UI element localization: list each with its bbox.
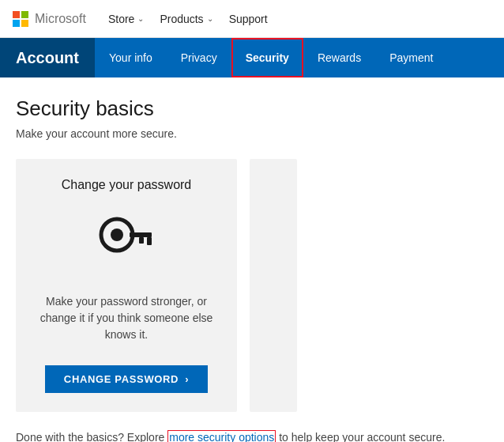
change-password-arrow-icon: › bbox=[185, 373, 189, 385]
change-password-button[interactable]: CHANGE PASSWORD › bbox=[45, 365, 208, 393]
svg-point-1 bbox=[111, 229, 123, 241]
nav-item-your-info[interactable]: Your info bbox=[95, 38, 167, 77]
svg-rect-3 bbox=[147, 237, 152, 245]
account-nav-title: Account bbox=[0, 38, 95, 77]
footer-prefix: Done with the basics? Explore bbox=[16, 431, 167, 442]
top-navigation: Microsoft Store ⌄ Products ⌄ Support bbox=[0, 0, 504, 38]
store-chevron-icon: ⌄ bbox=[137, 14, 144, 23]
store-nav-link[interactable]: Store ⌄ bbox=[102, 9, 150, 28]
page-title: Security basics bbox=[16, 96, 488, 121]
products-nav-link[interactable]: Products ⌄ bbox=[153, 9, 219, 28]
cards-container: Change your password Make your password … bbox=[16, 159, 488, 412]
nav-item-security[interactable]: Security bbox=[231, 38, 303, 77]
ms-yellow-square bbox=[21, 20, 28, 27]
more-security-options-link[interactable]: more security options bbox=[167, 430, 276, 442]
nav-item-payment[interactable]: Payment bbox=[375, 38, 447, 77]
svg-rect-2 bbox=[130, 232, 152, 237]
account-nav-items: Your info Privacy Security Rewards Payme… bbox=[95, 38, 447, 77]
svg-rect-4 bbox=[139, 237, 144, 244]
microsoft-logo: Microsoft bbox=[13, 11, 86, 27]
nav-item-privacy[interactable]: Privacy bbox=[167, 38, 231, 77]
support-nav-link[interactable]: Support bbox=[223, 9, 274, 28]
footer-text: Done with the basics? Explore more secur… bbox=[16, 431, 488, 442]
ms-red-square bbox=[13, 11, 20, 18]
microsoft-wordmark: Microsoft bbox=[35, 12, 86, 26]
partial-card bbox=[250, 159, 297, 412]
footer-suffix: to help keep your account secure. bbox=[276, 431, 445, 442]
top-nav-links: Store ⌄ Products ⌄ Support bbox=[102, 9, 491, 28]
page-subtitle: Make your account more secure. bbox=[16, 127, 488, 140]
change-password-label: CHANGE PASSWORD bbox=[64, 373, 179, 385]
ms-green-square bbox=[21, 11, 28, 18]
key-icon bbox=[95, 211, 158, 274]
ms-logo-grid bbox=[13, 11, 28, 27]
ms-blue-square bbox=[13, 20, 20, 27]
card-description: Make your password stronger, or change i… bbox=[32, 293, 221, 343]
products-chevron-icon: ⌄ bbox=[207, 14, 213, 23]
card-title: Change your password bbox=[62, 178, 192, 192]
change-password-card: Change your password Make your password … bbox=[16, 159, 237, 412]
account-navigation: Account Your info Privacy Security Rewar… bbox=[0, 38, 504, 77]
nav-item-rewards[interactable]: Rewards bbox=[303, 38, 375, 77]
main-content: Security basics Make your account more s… bbox=[0, 77, 504, 442]
